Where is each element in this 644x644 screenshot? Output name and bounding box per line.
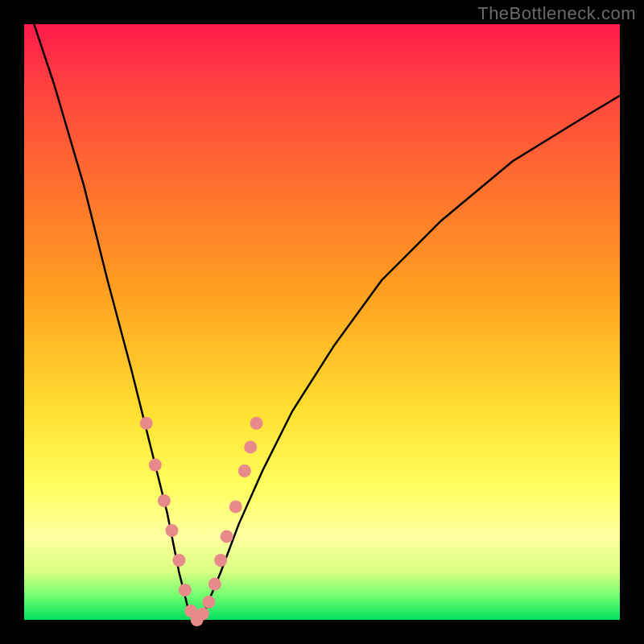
- marker-point: [229, 500, 242, 513]
- marker-point: [214, 554, 227, 567]
- chart-frame: TheBottleneck.com: [0, 0, 644, 644]
- marker-point: [208, 578, 221, 591]
- marker-point: [244, 440, 257, 453]
- marker-point: [140, 417, 153, 430]
- marker-point: [166, 524, 179, 537]
- watermark-text: TheBottleneck.com: [477, 3, 636, 24]
- chart-svg: [24, 24, 620, 620]
- marker-point: [158, 494, 171, 507]
- marker-point: [149, 459, 162, 472]
- highlight-markers: [140, 417, 263, 626]
- marker-point: [250, 417, 263, 430]
- marker-point: [221, 530, 233, 543]
- marker-point: [238, 464, 251, 477]
- marker-point: [196, 608, 209, 621]
- marker-point: [179, 584, 192, 597]
- plot-area: [24, 24, 620, 620]
- marker-point: [172, 554, 185, 567]
- marker-point: [202, 596, 215, 609]
- bottleneck-curve: [24, 0, 620, 620]
